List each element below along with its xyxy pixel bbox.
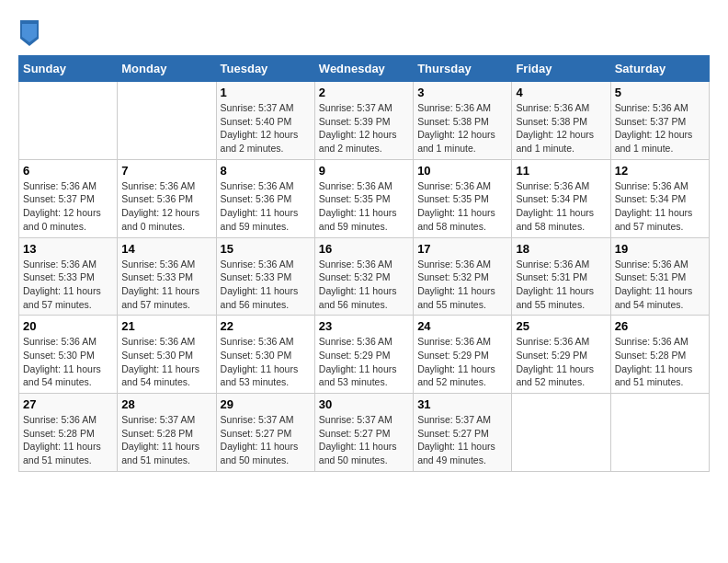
calendar-cell: 25Sunrise: 5:36 AM Sunset: 5:29 PM Dayli… xyxy=(512,316,610,394)
logo-icon xyxy=(20,20,39,46)
day-number: 28 xyxy=(121,397,211,411)
calendar-cell: 20Sunrise: 5:36 AM Sunset: 5:30 PM Dayli… xyxy=(19,316,118,394)
calendar-cell xyxy=(19,82,118,160)
day-info: Sunrise: 5:37 AM Sunset: 5:27 PM Dayligh… xyxy=(319,413,409,467)
day-number: 13 xyxy=(23,242,113,256)
day-info: Sunrise: 5:36 AM Sunset: 5:31 PM Dayligh… xyxy=(615,258,705,312)
day-number: 21 xyxy=(121,319,211,333)
day-info: Sunrise: 5:36 AM Sunset: 5:34 PM Dayligh… xyxy=(615,179,705,234)
calendar-cell: 31Sunrise: 5:37 AM Sunset: 5:27 PM Dayli… xyxy=(414,394,512,472)
day-number: 17 xyxy=(417,242,507,256)
calendar-body: 1Sunrise: 5:37 AM Sunset: 5:40 PM Daylig… xyxy=(19,82,710,472)
calendar-cell: 14Sunrise: 5:36 AM Sunset: 5:33 PM Dayli… xyxy=(118,237,216,316)
day-info: Sunrise: 5:36 AM Sunset: 5:36 PM Dayligh… xyxy=(221,179,311,234)
calendar-cell: 16Sunrise: 5:36 AM Sunset: 5:32 PM Dayli… xyxy=(314,237,413,316)
calendar-week-1: 1Sunrise: 5:37 AM Sunset: 5:40 PM Daylig… xyxy=(19,82,710,160)
day-number: 29 xyxy=(221,397,311,411)
day-info: Sunrise: 5:37 AM Sunset: 5:40 PM Dayligh… xyxy=(221,101,311,155)
calendar-cell: 21Sunrise: 5:36 AM Sunset: 5:30 PM Dayli… xyxy=(118,316,216,394)
day-info: Sunrise: 5:36 AM Sunset: 5:31 PM Dayligh… xyxy=(516,258,606,312)
day-info: Sunrise: 5:37 AM Sunset: 5:27 PM Dayligh… xyxy=(221,413,311,467)
day-info: Sunrise: 5:36 AM Sunset: 5:36 PM Dayligh… xyxy=(121,179,211,234)
calendar-cell: 9Sunrise: 5:36 AM Sunset: 5:35 PM Daylig… xyxy=(314,159,413,237)
weekday-header-row: SundayMondayTuesdayWednesdayThursdayFrid… xyxy=(19,56,710,82)
day-info: Sunrise: 5:36 AM Sunset: 5:29 PM Dayligh… xyxy=(319,335,409,389)
calendar-cell: 28Sunrise: 5:37 AM Sunset: 5:28 PM Dayli… xyxy=(118,394,216,472)
logo xyxy=(18,18,39,46)
day-info: Sunrise: 5:37 AM Sunset: 5:39 PM Dayligh… xyxy=(319,101,409,155)
calendar-cell: 24Sunrise: 5:36 AM Sunset: 5:29 PM Dayli… xyxy=(414,316,512,394)
weekday-header-sunday: Sunday xyxy=(19,56,118,82)
day-number: 24 xyxy=(417,319,507,333)
weekday-header-wednesday: Wednesday xyxy=(314,56,413,82)
day-number: 10 xyxy=(417,164,507,178)
calendar-cell: 8Sunrise: 5:36 AM Sunset: 5:36 PM Daylig… xyxy=(216,159,314,237)
day-info: Sunrise: 5:36 AM Sunset: 5:32 PM Dayligh… xyxy=(319,258,409,312)
calendar-week-2: 6Sunrise: 5:36 AM Sunset: 5:37 PM Daylig… xyxy=(19,159,710,237)
day-number: 6 xyxy=(23,164,113,178)
calendar-cell: 18Sunrise: 5:36 AM Sunset: 5:31 PM Dayli… xyxy=(512,237,610,316)
day-number: 4 xyxy=(516,86,606,99)
calendar-cell: 7Sunrise: 5:36 AM Sunset: 5:36 PM Daylig… xyxy=(118,159,216,237)
calendar-week-3: 13Sunrise: 5:36 AM Sunset: 5:33 PM Dayli… xyxy=(19,237,710,316)
calendar-cell: 10Sunrise: 5:36 AM Sunset: 5:35 PM Dayli… xyxy=(414,159,512,237)
day-number: 26 xyxy=(615,319,705,333)
weekday-header-thursday: Thursday xyxy=(414,56,512,82)
day-info: Sunrise: 5:36 AM Sunset: 5:37 PM Dayligh… xyxy=(615,101,705,155)
day-number: 23 xyxy=(319,319,409,333)
day-info: Sunrise: 5:37 AM Sunset: 5:28 PM Dayligh… xyxy=(121,413,211,467)
day-number: 25 xyxy=(516,319,606,333)
day-number: 19 xyxy=(615,242,705,256)
day-number: 11 xyxy=(516,164,606,178)
day-number: 3 xyxy=(417,86,507,99)
day-number: 31 xyxy=(417,397,507,411)
weekday-header-friday: Friday xyxy=(512,56,610,82)
calendar-cell: 27Sunrise: 5:36 AM Sunset: 5:28 PM Dayli… xyxy=(19,394,118,472)
day-info: Sunrise: 5:36 AM Sunset: 5:37 PM Dayligh… xyxy=(23,179,113,234)
day-number: 27 xyxy=(23,397,113,411)
calendar-cell xyxy=(118,82,216,160)
calendar-cell: 11Sunrise: 5:36 AM Sunset: 5:34 PM Dayli… xyxy=(512,159,610,237)
day-number: 12 xyxy=(615,164,705,178)
day-info: Sunrise: 5:36 AM Sunset: 5:34 PM Dayligh… xyxy=(516,179,606,234)
calendar-cell: 4Sunrise: 5:36 AM Sunset: 5:38 PM Daylig… xyxy=(512,82,610,160)
weekday-header-tuesday: Tuesday xyxy=(216,56,314,82)
day-info: Sunrise: 5:36 AM Sunset: 5:38 PM Dayligh… xyxy=(417,101,507,155)
calendar-cell: 30Sunrise: 5:37 AM Sunset: 5:27 PM Dayli… xyxy=(314,394,413,472)
day-number: 9 xyxy=(319,164,409,178)
day-info: Sunrise: 5:36 AM Sunset: 5:33 PM Dayligh… xyxy=(121,258,211,312)
calendar-cell: 2Sunrise: 5:37 AM Sunset: 5:39 PM Daylig… xyxy=(314,82,413,160)
calendar-cell: 19Sunrise: 5:36 AM Sunset: 5:31 PM Dayli… xyxy=(610,237,709,316)
calendar-cell: 13Sunrise: 5:36 AM Sunset: 5:33 PM Dayli… xyxy=(19,237,118,316)
calendar-header: SundayMondayTuesdayWednesdayThursdayFrid… xyxy=(19,56,710,82)
calendar-cell xyxy=(512,394,610,472)
day-number: 2 xyxy=(319,86,409,99)
day-info: Sunrise: 5:36 AM Sunset: 5:28 PM Dayligh… xyxy=(23,413,113,467)
calendar-cell: 17Sunrise: 5:36 AM Sunset: 5:32 PM Dayli… xyxy=(414,237,512,316)
page-header xyxy=(18,18,710,46)
day-number: 1 xyxy=(221,86,311,99)
day-number: 14 xyxy=(121,242,211,256)
calendar-cell: 22Sunrise: 5:36 AM Sunset: 5:30 PM Dayli… xyxy=(216,316,314,394)
day-info: Sunrise: 5:36 AM Sunset: 5:29 PM Dayligh… xyxy=(417,335,507,389)
calendar-cell: 6Sunrise: 5:36 AM Sunset: 5:37 PM Daylig… xyxy=(19,159,118,237)
day-info: Sunrise: 5:36 AM Sunset: 5:30 PM Dayligh… xyxy=(23,335,113,389)
day-number: 20 xyxy=(23,319,113,333)
day-number: 22 xyxy=(221,319,311,333)
day-number: 18 xyxy=(516,242,606,256)
day-info: Sunrise: 5:36 AM Sunset: 5:35 PM Dayligh… xyxy=(319,179,409,234)
day-info: Sunrise: 5:36 AM Sunset: 5:33 PM Dayligh… xyxy=(23,258,113,312)
day-number: 8 xyxy=(221,164,311,178)
day-number: 7 xyxy=(121,164,211,178)
day-info: Sunrise: 5:36 AM Sunset: 5:30 PM Dayligh… xyxy=(121,335,211,389)
day-info: Sunrise: 5:36 AM Sunset: 5:38 PM Dayligh… xyxy=(516,101,606,155)
day-number: 16 xyxy=(319,242,409,256)
day-number: 5 xyxy=(615,86,705,99)
calendar-cell: 12Sunrise: 5:36 AM Sunset: 5:34 PM Dayli… xyxy=(610,159,709,237)
weekday-header-monday: Monday xyxy=(118,56,216,82)
day-info: Sunrise: 5:36 AM Sunset: 5:29 PM Dayligh… xyxy=(516,335,606,389)
day-number: 15 xyxy=(221,242,311,256)
calendar-cell: 29Sunrise: 5:37 AM Sunset: 5:27 PM Dayli… xyxy=(216,394,314,472)
day-info: Sunrise: 5:37 AM Sunset: 5:27 PM Dayligh… xyxy=(417,413,507,467)
calendar-cell: 15Sunrise: 5:36 AM Sunset: 5:33 PM Dayli… xyxy=(216,237,314,316)
